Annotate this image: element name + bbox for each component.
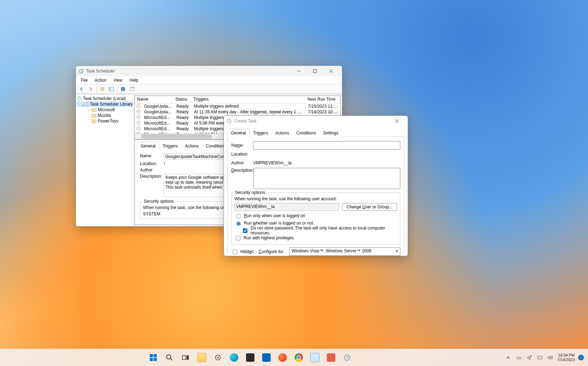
create-task-dialog: Create Task General Triggers Actions Con… [224,115,408,256]
checkbox-no-password[interactable]: Do not store password. The task will onl… [241,227,397,234]
titlebar[interactable]: Task Scheduler [76,66,342,76]
name-input[interactable] [253,141,400,150]
taskbar[interactable]: 10:04 PM 7/14/2023 1 [0,349,588,366]
detail-name-label: Name: [140,153,164,160]
tab-actions[interactable]: Actions [272,129,292,137]
edge-icon[interactable] [227,351,241,365]
security-title: Security options [234,190,266,195]
expand-icon[interactable]: › [87,108,91,112]
col-triggers[interactable]: Triggers [191,96,305,103]
start-button[interactable] [146,351,160,365]
radio-logged-on[interactable]: Run only when user is logged on [234,213,397,219]
tab-general[interactable]: General [137,142,159,150]
detail-author-label: Author: [140,168,164,172]
security-options-group: Security options When running the task, … [231,193,400,245]
tab-triggers[interactable]: Triggers [250,129,272,137]
tab-general[interactable]: General [227,129,250,137]
checkbox-highest-priv[interactable]: Run with highest privileges [234,235,397,241]
chrome-icon[interactable] [292,351,306,365]
tree-root[interactable]: Task Scheduler (Local) [77,96,132,101]
svg-rect-21 [154,358,157,361]
nav-back-button[interactable] [77,85,86,93]
onedrive-icon[interactable] [515,354,522,361]
clock[interactable]: 10:04 PM 7/14/2023 [557,353,575,362]
clock-icon[interactable] [340,351,354,365]
tab-settings[interactable]: Settings [319,129,342,137]
table-row[interactable]: GoogleUpda...ReadyAt 11:35 AM every day … [135,109,340,115]
minimize-button[interactable] [291,66,307,76]
description-input[interactable] [253,168,400,189]
tree-library-label: Task Scheduler Library [90,102,133,107]
firefox-icon[interactable] [276,351,290,365]
radio-label: Run whether user is logged on or not [244,221,313,226]
svg-rect-18 [150,354,153,357]
svg-rect-1 [314,70,317,73]
svg-rect-20 [150,358,153,361]
tab-triggers[interactable]: Triggers [159,142,182,150]
vscode-icon[interactable] [259,351,273,365]
svg-rect-24 [187,355,189,360]
nav-forward-button[interactable] [86,85,95,93]
terminal-icon[interactable] [243,351,257,365]
tab-conditions[interactable]: Conditions [293,129,320,137]
tree-library[interactable]: ⌄ Task Scheduler Library [77,101,132,107]
settings-icon[interactable] [211,351,225,365]
menu-help[interactable]: Help [127,77,141,83]
folder-icon [91,113,97,118]
col-name[interactable]: Name [135,96,173,103]
task-item-icon [135,104,142,109]
tab-actions[interactable]: Actions [181,142,202,150]
action-pen-icon[interactable] [98,85,106,93]
maximize-button[interactable] [307,66,323,76]
dialog-close-button[interactable] [389,116,405,126]
configure-for-select[interactable]: Windows Vista™, Windows Server™ 2008 [289,247,400,256]
task-view-icon[interactable] [179,351,193,365]
help-icon[interactable]: ? [119,85,127,93]
location-icon[interactable] [526,354,533,361]
change-user-button[interactable]: Change User or Group... [342,203,397,211]
menu-action[interactable]: Action [92,77,109,83]
cell-trigger: At 11:35 AM every day - After triggered,… [192,109,306,114]
menu-view[interactable]: View [111,77,125,83]
scrollbar-thumb[interactable] [141,134,212,139]
list-header[interactable]: Name Status Triggers Next Run Time [135,96,340,103]
menu-file[interactable]: File [78,77,90,83]
show-hide-pane-icon[interactable] [107,85,116,93]
tree-item-label: Microsoft [98,107,115,112]
configure-for-label: Configure for: [259,249,284,254]
system-tray[interactable]: 10:04 PM 7/14/2023 1 [500,353,588,362]
svg-rect-4 [109,87,111,91]
snipping-tool-icon[interactable] [324,351,338,365]
cell-name: MicrosoftEd... [142,115,174,120]
close-button[interactable] [323,66,339,76]
col-status[interactable]: Status [173,96,191,103]
table-row[interactable]: GoogleUpda...ReadyMultiple triggers defi… [135,103,340,109]
svg-rect-23 [182,355,186,360]
notification-badge[interactable]: 1 [578,355,584,360]
dialog-titlebar[interactable]: Create Task [224,116,408,126]
desc-label: Description: [231,168,253,173]
toolbar: ? [76,84,342,94]
checkbox-hidden[interactable]: Hidden [231,248,254,255]
dialog-tabs: General Triggers Actions Conditions Sett… [227,128,404,137]
tree-item-label: PowerToys [98,119,118,124]
notepad-icon[interactable] [308,351,322,365]
security-line: When running the task, use the following… [234,196,397,201]
language-icon[interactable] [536,354,543,361]
task-item-icon [135,109,142,115]
svg-point-22 [167,355,171,359]
volume-icon[interactable] [547,354,554,361]
tray-chevron-icon[interactable] [505,354,512,361]
cell-status: Ready [174,121,192,126]
tree-item[interactable]: PowerToys [77,118,132,124]
col-next[interactable]: Next Run Time [305,96,340,103]
search-icon[interactable] [162,351,176,365]
navigation-tree[interactable]: Task Scheduler (Local) ⌄ Task Scheduler … [76,94,133,226]
cell-status: Ready [174,126,192,131]
collapse-icon[interactable]: ⌄ [82,102,84,106]
properties-icon[interactable] [128,85,136,93]
explorer-icon[interactable] [195,351,209,365]
detail-security-title: Security options [142,199,175,204]
tree-item[interactable]: › Microsoft [77,107,132,113]
tree-item[interactable]: Mozilla [77,113,132,118]
